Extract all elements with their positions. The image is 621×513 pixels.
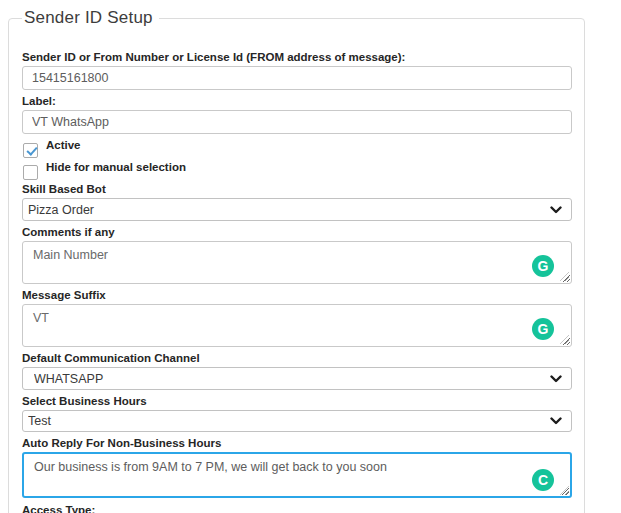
skill-bot-select[interactable]: Pizza Order xyxy=(22,198,572,221)
business-hours-select[interactable]: Test xyxy=(22,410,572,432)
hide-manual-selection-checkbox[interactable] xyxy=(23,165,38,180)
active-label: Active xyxy=(46,138,572,152)
active-check-row: Active xyxy=(22,138,572,158)
business-hours-field: Select Business Hours Test xyxy=(22,394,572,432)
hide-manual-selection-label: Hide for manual selection xyxy=(46,160,572,174)
grammarly-icon[interactable]: G xyxy=(532,318,554,340)
skill-bot-field: Skill Based Bot Pizza Order xyxy=(22,182,572,221)
auto-reply-field: Auto Reply For Non-Business Hours Our bu… xyxy=(22,436,572,498)
skill-bot-label: Skill Based Bot xyxy=(22,182,572,196)
sender-id-input[interactable] xyxy=(22,66,572,90)
business-hours-label: Select Business Hours xyxy=(22,394,572,408)
auto-reply-textarea[interactable]: Our business is from 9AM to 7 PM, we wil… xyxy=(22,452,572,498)
label-input[interactable] xyxy=(22,110,572,134)
comments-field: Comments if any Main Number G xyxy=(22,225,572,284)
sender-id-field: Sender ID or From Number or License Id (… xyxy=(22,50,572,90)
comments-textarea[interactable]: Main Number xyxy=(22,241,572,284)
comments-label: Comments if any xyxy=(22,225,572,239)
label-label: Label: xyxy=(22,94,572,108)
access-type-label: Access Type: xyxy=(22,503,572,513)
communication-channel-select[interactable]: WHATSAPP xyxy=(22,367,572,390)
grammarly-icon[interactable]: C xyxy=(532,469,554,491)
sender-id-label: Sender ID or From Number or License Id (… xyxy=(22,50,572,64)
message-suffix-field: Message Suffix VT G xyxy=(22,288,572,347)
grammarly-icon[interactable]: G xyxy=(532,255,554,277)
message-suffix-textarea[interactable]: VT xyxy=(22,304,572,347)
auto-reply-label: Auto Reply For Non-Business Hours xyxy=(22,436,572,450)
active-checkbox[interactable] xyxy=(23,143,38,158)
hide-manual-check-row: Hide for manual selection xyxy=(22,160,572,180)
channel-field: Default Communication Channel WHATSAPP xyxy=(22,351,572,390)
panel-title: Sender ID Setup xyxy=(22,8,159,28)
channel-label: Default Communication Channel xyxy=(22,351,572,365)
label-field: Label: xyxy=(22,94,572,134)
message-suffix-label: Message Suffix xyxy=(22,288,572,302)
sender-id-setup-panel: Sender ID Setup Sender ID or From Number… xyxy=(8,8,585,513)
